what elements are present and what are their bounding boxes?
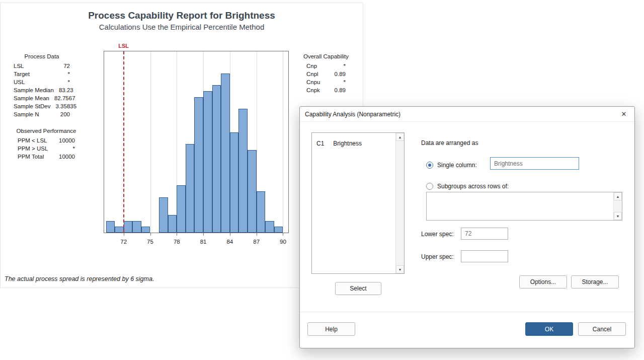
observed-performance-row: PPM > USL* — [18, 145, 75, 153]
subgroups-label[interactable]: Subgroups across rows of: — [437, 183, 509, 190]
overall-capability-value: 0.89 — [335, 70, 346, 78]
ok-button[interactable]: OK — [525, 322, 573, 336]
process-data-row: LSL72 — [14, 62, 70, 70]
storage-button[interactable]: Storage... — [571, 275, 619, 289]
column-listbox[interactable]: C1 Brightness ▲ ▼ — [311, 132, 405, 274]
upper-spec-label: Upper spec: — [421, 253, 454, 260]
histogram-bar — [186, 144, 195, 233]
process-data-row: Sample N200 — [14, 110, 70, 118]
single-column-radio-row: Single column: — [426, 159, 477, 171]
overall-capability-rows: Cnp*Cnpl0.89Cnpu*Cnpk0.89 — [306, 62, 346, 94]
subgroups-radio-row: Subgroups across rows of: — [426, 180, 509, 192]
column-id: C1 — [316, 140, 324, 147]
process-data-heading: Process Data — [24, 53, 59, 59]
observed-performance-value: 10000 — [59, 153, 75, 161]
x-tick-mark — [177, 233, 177, 236]
single-column-label[interactable]: Single column: — [437, 162, 477, 169]
overall-capability-value: * — [344, 62, 346, 70]
close-icon[interactable]: ✕ — [613, 107, 634, 121]
help-button[interactable]: Help — [307, 322, 355, 336]
histogram-bar — [194, 97, 203, 233]
x-tick-mark — [150, 233, 151, 236]
observed-performance-row: PPM Total10000 — [18, 153, 75, 161]
dialog-separator — [300, 312, 634, 312]
scroll-down-icon[interactable]: ▼ — [614, 212, 622, 220]
lower-spec-input[interactable] — [461, 228, 508, 240]
listbox-scrollbar[interactable]: ▲ ▼ — [395, 133, 404, 273]
options-button[interactable]: Options... — [519, 275, 567, 289]
overall-capability-value: * — [344, 78, 346, 86]
observed-performance-label: PPM < LSL — [18, 136, 47, 145]
subgroups-input[interactable]: ▲ ▼ — [426, 192, 622, 221]
x-tick-label: 72 — [120, 239, 127, 245]
scroll-up-icon[interactable]: ▲ — [396, 133, 404, 141]
histogram-bar — [212, 85, 221, 233]
process-data-row: USL* — [14, 78, 70, 86]
process-data-label: Sample StDev — [14, 102, 51, 110]
column-name: Brightness — [333, 140, 362, 147]
process-data-value: 200 — [60, 110, 70, 118]
histogram-bar — [248, 150, 257, 233]
histogram-plot: 72757881848790LSL — [104, 51, 289, 233]
report-footnote: The actual process spread is represented… — [5, 275, 154, 282]
scroll-up-icon[interactable]: ▲ — [614, 192, 622, 200]
histogram-bar — [106, 221, 115, 233]
overall-capability-heading: Overall Capability — [303, 53, 349, 59]
process-data-value: * — [68, 70, 70, 78]
dialog-titlebar: Capability Analysis (Nonparametric) — [300, 107, 634, 122]
process-data-label: Sample Mean — [14, 94, 49, 102]
overall-capability-row: Cnp* — [306, 62, 346, 70]
x-tick-mark — [283, 233, 283, 236]
overall-capability-label: Cnpk — [306, 86, 320, 94]
column-list-item[interactable]: C1 Brightness — [312, 136, 404, 151]
single-column-input[interactable] — [490, 157, 579, 170]
overall-capability-label: Cnpl — [306, 70, 318, 78]
x-tick-label: 75 — [147, 239, 153, 245]
process-data-label: Sample Median — [14, 86, 54, 94]
report-title: Process Capability Report for Brightness — [1, 10, 363, 21]
process-data-row: Sample Median83.23 — [14, 86, 70, 94]
single-column-radio[interactable] — [426, 162, 433, 169]
x-tick-mark — [203, 233, 204, 236]
process-data-value: * — [68, 78, 70, 86]
subgroups-radio[interactable] — [426, 183, 433, 190]
upper-spec-input[interactable] — [461, 250, 508, 262]
process-data-value: 3.35835 — [56, 102, 77, 110]
lower-spec-label: Lower spec: — [421, 231, 454, 238]
process-data-label: Target — [14, 70, 30, 78]
scroll-down-icon[interactable]: ▼ — [396, 265, 404, 273]
subgroups-scrollbar[interactable]: ▲ ▼ — [613, 192, 622, 220]
gridline — [150, 51, 151, 233]
process-data-label: Sample N — [14, 110, 39, 118]
arranged-as-label: Data are arranged as — [421, 139, 478, 147]
process-data-panel: Process Data LSL72Target*USL*Sample Medi… — [14, 53, 70, 118]
overall-capability-label: Cnpu — [306, 78, 320, 86]
observed-performance-heading: Observed Performance — [17, 128, 76, 134]
observed-performance-value: * — [73, 145, 75, 153]
process-data-row: Sample StDev3.35835 — [14, 102, 70, 110]
histogram-bar — [203, 91, 212, 233]
histogram-bar — [141, 227, 150, 233]
process-data-row: Target* — [14, 70, 70, 78]
x-tick-label: 78 — [174, 239, 180, 245]
process-data-value: 72 — [63, 62, 70, 70]
histogram-bar — [257, 191, 266, 233]
histogram-bar — [177, 185, 186, 233]
overall-capability-row: Cnpk0.89 — [306, 86, 346, 94]
select-button[interactable]: Select — [335, 282, 381, 295]
process-data-label: LSL — [14, 62, 24, 70]
histogram-bar — [274, 227, 283, 233]
histogram-bar — [132, 221, 141, 233]
overall-capability-value: 0.89 — [335, 86, 346, 94]
histogram-bar — [238, 109, 248, 233]
x-tick-mark — [257, 233, 257, 236]
process-data-row: Sample Mean82.7567 — [14, 94, 70, 102]
histogram-bar — [221, 74, 230, 233]
capability-analysis-dialog: Capability Analysis (Nonparametric) ✕ C1… — [299, 106, 635, 348]
observed-performance-label: PPM Total — [18, 153, 44, 161]
x-tick-mark — [124, 233, 124, 236]
histogram-bar — [159, 197, 168, 233]
process-data-value: 82.7567 — [54, 94, 75, 102]
lsl-label: LSL — [118, 43, 129, 49]
cancel-button[interactable]: Cancel — [578, 322, 626, 336]
